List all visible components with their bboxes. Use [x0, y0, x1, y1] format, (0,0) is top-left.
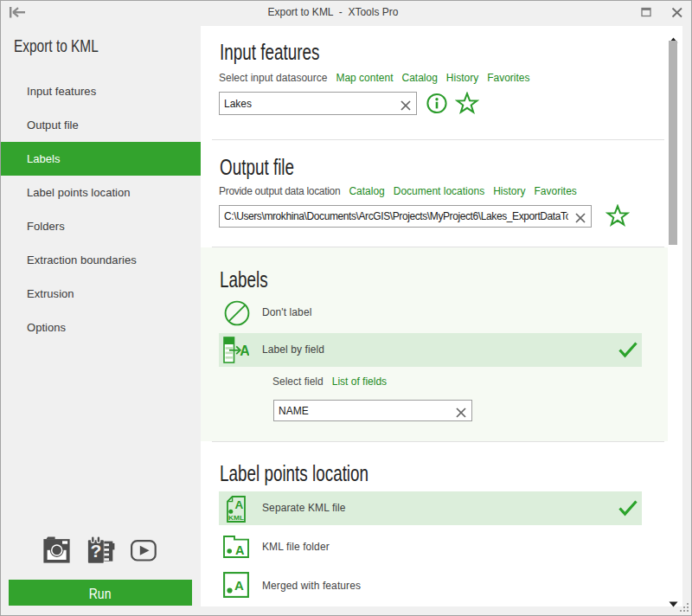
section-divider-3 — [212, 441, 664, 442]
link-out-history[interactable]: History — [493, 185, 525, 197]
label-field-value[interactable]: NAME — [279, 401, 449, 420]
svg-text:A: A — [240, 343, 249, 358]
option-separate-kml-file[interactable]: A KML Separate KML file — [219, 491, 642, 525]
help-feedback-icon[interactable]: ? — [87, 536, 115, 567]
dont-label-icon — [224, 300, 250, 330]
title-bar: Export to KML - XTools Pro — [0, 0, 692, 26]
input-datasource-row: Select input datasourceMap contentCatalo… — [219, 72, 530, 84]
info-icon[interactable] — [426, 93, 447, 114]
run-button[interactable]: Run — [9, 580, 192, 606]
sidebar: Export to KML Input features Output file… — [0, 26, 201, 606]
output-location-row: Provide output data locationCatalogDocum… — [219, 185, 577, 197]
favorite-star-icon[interactable] — [455, 92, 479, 116]
option-label[interactable]: KML file folder — [262, 530, 330, 564]
link-catalog[interactable]: Catalog — [401, 72, 437, 84]
label-points-heading: Label points location — [220, 462, 368, 484]
link-out-catalog[interactable]: Catalog — [349, 185, 384, 197]
sidebar-item-extrusion[interactable]: Extrusion — [0, 277, 201, 311]
option-label[interactable]: Label by field — [262, 333, 324, 367]
selected-check-icon — [618, 500, 638, 517]
svg-text:A: A — [235, 543, 245, 557]
output-file-value[interactable]: C:\Users\mrokhina\Documents\ArcGIS\Proje… — [224, 206, 568, 227]
sidebar-item-options[interactable]: Options — [0, 311, 201, 344]
select-field-row: Select fieldList of fields — [272, 375, 387, 388]
option-label-by-field[interactable]: A Label by field — [219, 333, 642, 367]
separate-kml-file-icon: A KML — [227, 496, 246, 526]
clear-output-icon[interactable] — [575, 211, 586, 221]
svg-text:A: A — [234, 497, 243, 510]
sidebar-item-folders[interactable]: Folders — [0, 209, 201, 243]
clear-input-icon[interactable] — [400, 99, 411, 109]
link-history[interactable]: History — [446, 72, 478, 84]
option-label[interactable]: Don't label — [262, 296, 311, 330]
section-divider — [212, 139, 664, 140]
selected-check-icon — [618, 342, 638, 358]
run-button-label: Run — [89, 581, 112, 607]
output-location-label: Provide output data location — [219, 185, 340, 197]
option-kml-file-folder[interactable]: A KML file folder — [219, 530, 642, 564]
link-list-of-fields[interactable]: List of fields — [332, 375, 387, 388]
kml-file-folder-icon: A — [223, 536, 249, 561]
sidebar-item-output-file[interactable]: Output file — [0, 108, 201, 142]
option-merged-with-features[interactable]: A Merged with features — [219, 569, 642, 603]
settings-panel: Input features Select input datasourceMa… — [201, 26, 668, 606]
merged-with-features-icon: A — [223, 572, 249, 601]
scroll-down-icon[interactable] — [669, 595, 678, 601]
sidebar-item-labels[interactable]: Labels — [0, 142, 201, 176]
input-datasource-label: Select input datasource — [219, 72, 327, 84]
export-to-kml-dialog: Export to KML - XTools Pro Export to KML — [0, 0, 692, 616]
sidebar-title: Export to KML — [14, 36, 99, 55]
vertical-scrollbar[interactable] — [668, 26, 682, 606]
output-file-field[interactable]: C:\Users\mrokhina\Documents\ArcGIS\Proje… — [219, 205, 592, 228]
output-file-heading: Output file — [220, 156, 294, 178]
sidebar-nav: Input features Output file Labels Label … — [0, 74, 201, 344]
sidebar-item-input-features[interactable]: Input features — [0, 74, 201, 108]
select-field-label: Select field — [272, 375, 324, 388]
link-out-favorites[interactable]: Favorites — [534, 185, 576, 197]
scrollbar-thumb[interactable] — [669, 41, 677, 245]
option-dont-label[interactable]: Don't label — [219, 296, 642, 330]
svg-text:A: A — [234, 578, 244, 593]
option-label[interactable]: Merged with features — [262, 569, 361, 603]
clear-field-icon[interactable] — [456, 406, 466, 416]
label-by-field-icon: A — [223, 337, 249, 367]
dock-back-icon[interactable] — [9, 6, 28, 20]
scroll-up-icon[interactable] — [669, 31, 678, 37]
sidebar-tools: ? — [0, 536, 201, 563]
label-field-input[interactable]: NAME — [273, 400, 472, 421]
option-label[interactable]: Separate KML file — [262, 491, 346, 525]
video-tutorial-icon[interactable] — [131, 540, 157, 565]
input-features-value[interactable]: Lakes — [224, 93, 394, 114]
svg-text:KML: KML — [228, 513, 244, 521]
labels-heading: Labels — [220, 268, 268, 291]
input-features-heading: Input features — [220, 41, 319, 63]
link-map-content[interactable]: Map content — [336, 72, 393, 84]
link-document-locations[interactable]: Document locations — [394, 185, 484, 197]
input-features-field[interactable]: Lakes — [219, 92, 417, 115]
maximize-button[interactable] — [641, 7, 654, 19]
sidebar-item-extraction-boundaries[interactable]: Extraction boundaries — [0, 243, 201, 277]
link-favorites[interactable]: Favorites — [487, 72, 529, 84]
close-button[interactable] — [671, 7, 683, 19]
resize-grip[interactable] — [679, 603, 689, 613]
favorite-star-output-icon[interactable] — [606, 204, 630, 228]
sidebar-item-label-points-location[interactable]: Label points location — [0, 176, 201, 209]
svg-text:?: ? — [90, 541, 101, 561]
screenshot-camera-icon[interactable] — [43, 536, 70, 567]
window-title: Export to KML - XTools Pro — [0, 0, 679, 25]
